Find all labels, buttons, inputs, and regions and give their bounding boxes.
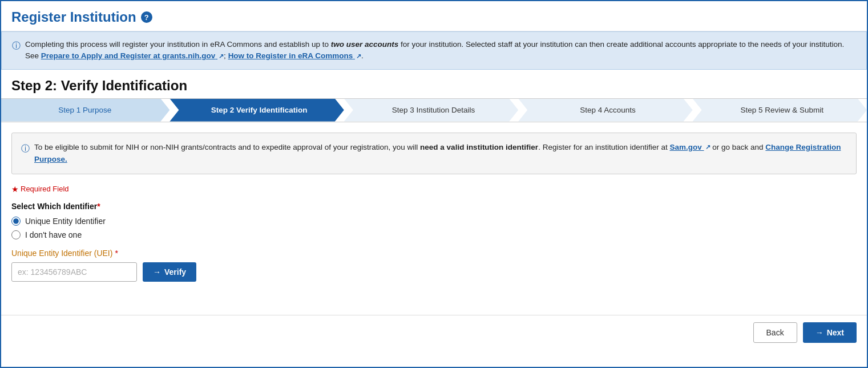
next-button[interactable]: → Next (803, 322, 857, 343)
required-field-note: ★ Required Field (11, 185, 857, 194)
step-1-purpose[interactable]: Step 1 Purpose (1, 99, 169, 122)
radio-uei-option[interactable]: Unique Entity Identifier (11, 217, 857, 226)
content-area: ⓘ To be eligible to submit for NIH or no… (1, 122, 867, 292)
identifier-radio-group: Unique Entity Identifier I don't have on… (11, 217, 857, 239)
identifier-label: Select Which Identifier* (11, 202, 857, 211)
uei-field-label: Unique Entity Identifier (UEI) * (11, 249, 857, 258)
sam-gov-link[interactable]: Sam.gov ↗ (670, 143, 710, 151)
step-progress-bar: Step 1 Purpose Step 2 Verify Identificat… (1, 98, 867, 122)
notice-text: To be eligible to submit for NIH or non-… (34, 141, 847, 166)
verify-arrow-icon: → (153, 267, 161, 277)
info-banner-text: Completing this process will register yo… (25, 39, 856, 62)
notice-info-icon: ⓘ (21, 142, 30, 155)
step-4-accounts[interactable]: Step 4 Accounts (518, 99, 692, 122)
verify-button[interactable]: → Verify (143, 262, 196, 282)
radio-none-option[interactable]: I don't have one (11, 230, 857, 239)
radio-uei-input[interactable] (11, 217, 21, 226)
step-3-institution[interactable]: Step 3 Institution Details (344, 99, 518, 122)
page-title: Register Institution (11, 9, 136, 25)
info-icon: ⓘ (12, 39, 21, 53)
uei-input[interactable] (11, 262, 137, 282)
how-to-register-link[interactable]: How to Register in eRA Commons ↗ (228, 51, 361, 60)
page-header: Register Institution ? (1, 1, 867, 31)
bottom-nav: Back → Next (1, 315, 867, 350)
step-5-review[interactable]: Step 5 Review & Submit (693, 99, 867, 122)
help-icon[interactable]: ? (141, 11, 152, 23)
uei-row: → Verify (11, 262, 857, 282)
notice-box: ⓘ To be eligible to submit for NIH or no… (11, 133, 857, 174)
radio-none-input[interactable] (11, 230, 21, 239)
prepare-apply-link[interactable]: Prepare to Apply and Register at grants.… (41, 51, 224, 60)
back-button[interactable]: Back (753, 322, 797, 343)
step-heading: Step 2: Verify Identification (1, 70, 867, 98)
info-banner: ⓘ Completing this process will register … (1, 31, 867, 70)
step-2-verify[interactable]: Step 2 Verify Identification (169, 99, 344, 122)
next-arrow-icon: → (815, 328, 823, 337)
